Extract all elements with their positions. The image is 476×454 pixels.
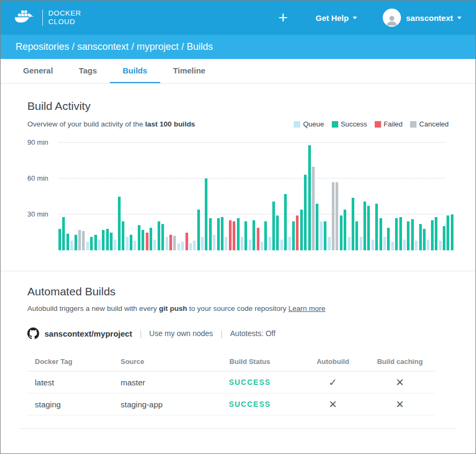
chart-bar-queue xyxy=(114,240,116,250)
chart-bar-canceled xyxy=(312,167,315,250)
chart-bar-queue xyxy=(98,240,101,250)
docker-tag-cell: staging xyxy=(27,400,113,409)
chart-bar-queue xyxy=(383,237,386,250)
chart-bar-success xyxy=(300,210,303,250)
chart-bar-success xyxy=(106,229,109,250)
chart-bar-queue xyxy=(371,240,374,250)
chart-bar-success xyxy=(217,218,220,250)
separator: | xyxy=(139,329,142,338)
table-row[interactable]: staging staging-app SUCCESS ✕ ✕ xyxy=(27,393,435,415)
chart-bar-success xyxy=(355,221,358,250)
legend-label: Failed xyxy=(384,120,403,128)
chart-bar-success xyxy=(118,197,121,250)
chart-bar-success xyxy=(340,215,343,250)
chart-bar-success xyxy=(58,229,61,250)
chart-bar-queue xyxy=(181,242,184,250)
chart-bar-success xyxy=(352,198,354,250)
chart-bar-success xyxy=(66,234,69,250)
automated-builds-title: Automated Builds xyxy=(27,285,449,298)
chart-bar-success xyxy=(292,221,295,250)
build-activity-chart: 30 min60 min90 min xyxy=(58,137,445,250)
build-caching-cross-icon[interactable]: ✕ xyxy=(365,398,435,411)
build-status-badge: SUCCESS xyxy=(199,400,301,408)
chart-bar-success xyxy=(443,226,445,250)
tab-tags[interactable]: Tags xyxy=(66,59,110,83)
build-status-badge: SUCCESS xyxy=(199,378,301,386)
get-help-menu[interactable]: Get Help xyxy=(316,13,358,23)
docker-whale-icon xyxy=(14,10,37,26)
chart-bar-success xyxy=(221,217,224,250)
chart-bar-success xyxy=(197,210,200,250)
chart-bar-success xyxy=(138,225,140,250)
chart-bar-queue xyxy=(153,240,156,250)
build-caching-cross-icon[interactable]: ✕ xyxy=(365,376,435,389)
docker-cloud-logo[interactable]: DOCKER CLOUD xyxy=(14,9,81,26)
autotests-label[interactable]: Autotests: Off xyxy=(230,329,276,338)
legend-swatch-icon xyxy=(410,121,416,128)
chart-bar-canceled xyxy=(78,230,81,250)
legend-label: Canceled xyxy=(419,120,449,128)
chart-bar-queue xyxy=(261,242,263,250)
source-repo-row: sanscontext/myproject | Use my own nodes… xyxy=(27,328,449,339)
tab-general[interactable]: General xyxy=(10,59,66,83)
chart-bar-success xyxy=(451,214,453,250)
autobuild-check-icon[interactable]: ✓ xyxy=(301,376,365,389)
chart-plot xyxy=(58,137,445,250)
chart-bar-failed xyxy=(229,220,232,250)
tab-timeline[interactable]: Timeline xyxy=(160,59,219,83)
chart-bar-queue xyxy=(320,221,323,250)
chart-bar-canceled xyxy=(336,182,338,250)
user-menu[interactable]: sanscontext xyxy=(406,13,462,23)
legend-swatch-icon xyxy=(375,121,381,128)
chart-bar-success xyxy=(244,221,247,250)
autobuild-cross-icon[interactable]: ✕ xyxy=(301,398,365,411)
repo-name[interactable]: sanscontext/myproject xyxy=(44,329,132,338)
chart-bar-success xyxy=(142,230,144,250)
breadcrumb[interactable]: Repositories / sanscontext / myproject /… xyxy=(1,35,475,59)
chart-bar-success xyxy=(411,219,414,250)
y-axis-tick-label: 90 min xyxy=(27,138,54,146)
chart-bar-success xyxy=(399,217,402,250)
legend-label: Queue xyxy=(303,120,324,128)
chart-legend: QueueSuccessFailedCanceled xyxy=(294,120,449,128)
chart-bar-queue xyxy=(403,240,406,250)
docker-tag-cell: latest xyxy=(27,378,113,387)
chart-bar-success xyxy=(344,210,346,250)
chart-bar-queue xyxy=(439,241,442,250)
automated-builds-section: Automated Builds Autobuild triggers a ne… xyxy=(1,271,475,415)
get-help-label: Get Help xyxy=(316,13,349,23)
avatar[interactable] xyxy=(383,9,401,27)
table-row[interactable]: latest master SUCCESS ✓ ✕ xyxy=(27,371,435,393)
tab-builds[interactable]: Builds xyxy=(110,59,160,83)
create-plus-button[interactable]: + xyxy=(278,10,288,26)
logo-divider xyxy=(42,10,43,26)
y-axis-tick-label: 60 min xyxy=(27,174,54,182)
breadcrumb-text: Repositories / sanscontext / myproject /… xyxy=(16,41,213,53)
build-activity-section: Build Activity Overview of your build ac… xyxy=(1,84,475,250)
own-nodes-label[interactable]: Use my own nodes xyxy=(149,329,213,338)
chart-bar-success xyxy=(380,218,382,250)
chart-bar-success xyxy=(237,218,240,250)
chart-bar-queue xyxy=(328,237,331,250)
chart-bar-success xyxy=(209,218,212,250)
chart-bar-success xyxy=(150,228,152,250)
learn-more-link[interactable]: Learn more xyxy=(288,304,325,312)
chart-bar-success xyxy=(264,221,267,250)
chart-bar-success xyxy=(272,202,275,250)
chart-bar-failed xyxy=(146,233,148,250)
chart-bar-success xyxy=(94,235,97,250)
chart-bar-success xyxy=(395,218,398,250)
builds-table: Docker Tag Source Build Status Autobuild… xyxy=(27,352,435,415)
repo-tabs: General Tags Builds Timeline xyxy=(1,59,475,84)
automated-builds-description: Autobuild triggers a new build with ever… xyxy=(27,304,449,312)
chart-bar-failed xyxy=(185,233,188,250)
build-activity-subtitle: Overview of your build activity of the l… xyxy=(27,120,195,128)
chart-bar-failed xyxy=(296,215,299,250)
chart-bar-success xyxy=(75,235,77,250)
chart-bar-queue xyxy=(70,241,73,250)
chart-bar-success xyxy=(431,220,434,250)
chart-bar-success xyxy=(447,215,449,250)
legend-item-failed: Failed xyxy=(375,120,403,128)
chart-bar-success xyxy=(423,229,426,250)
top-navbar: DOCKER CLOUD + Get Help sanscontext xyxy=(1,1,475,35)
